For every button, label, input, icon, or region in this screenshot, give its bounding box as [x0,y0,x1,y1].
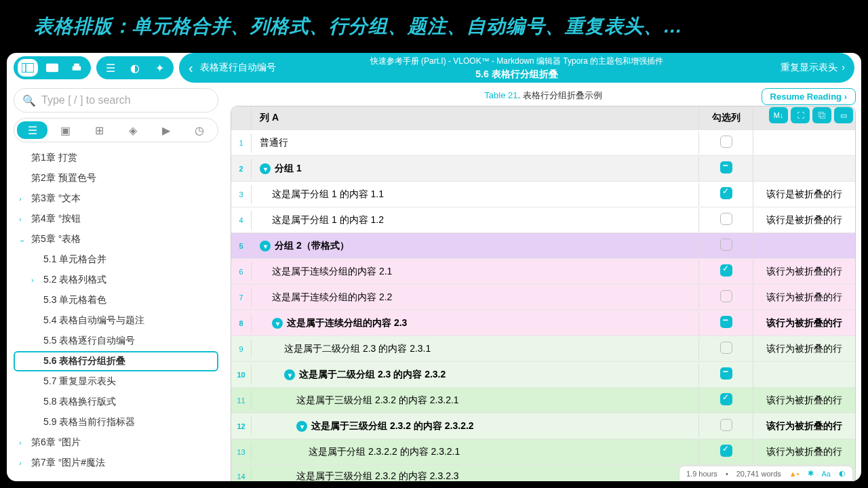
card-view-button[interactable] [42,59,62,77]
filter-media-icon[interactable]: ▶ [151,121,181,139]
title-bar: 表格排版：单元格合并、列格式、行分组、题注、自动编号、重复表头、… [0,0,868,53]
nav-label: 第2章 预置色号 [31,172,96,184]
back-button[interactable]: ‹ [189,60,193,76]
checkbox[interactable] [720,161,732,174]
cell-a: 这是属于连续分组的内容 2.1 [252,260,699,283]
tool-screen-icon[interactable]: ▭ [834,107,853,123]
nav-label: 第6章 °图片 [31,436,81,449]
cell-a: 这是属于三级分组 2.3.2 的内容 2.3.2.3 [252,465,699,481]
breadcrumb-next[interactable]: 重复显示表头› [781,62,845,74]
list-icon[interactable]: ☰ [100,59,121,77]
nav-item[interactable]: ›5.2 表格列格式 [14,270,218,290]
nav-item[interactable]: 5.6 表格行分组折叠 [14,351,218,371]
checkbox[interactable] [720,419,732,431]
table-row: 9这是属于二级分组 2.3 的内容 2.3.1该行为被折叠的行 [231,336,855,361]
toggle-icon[interactable]: ▾ [284,369,295,380]
nav-item[interactable]: ›第6章 °图片 [14,432,218,453]
cell-a: 这是属于分组 1 的内容 1.2 [252,209,699,232]
cell-text: 这是属于三级分组 2.3.2 的内容 2.3.2.2 [311,420,474,431]
nav-item[interactable]: ⌄第5章 °表格 [14,229,218,249]
cell-note: 该行为被折叠的行 [753,286,855,309]
checkbox[interactable] [720,136,732,148]
nav-item[interactable]: 5.7 重复显示表头 [14,371,218,392]
checkbox[interactable] [720,342,732,354]
nav-item[interactable]: 5.9 表格当前行指标器 [14,412,218,432]
cell-note: 该行为被折叠的行 [753,389,855,412]
checkbox[interactable] [720,316,732,328]
filter-table-icon[interactable]: ⊞ [84,121,115,139]
chevron-icon: ⌄ [19,235,25,244]
filter-tabs: ☰ ▣ ⊞ ◈ ▶ ◷ [14,118,218,142]
row-number: 3 [231,185,252,204]
table-row: 5▾分组 2（带格式） [231,232,855,258]
cell-a: ▾这是属于三级分组 2.3.2 的内容 2.3.2.2 [252,415,699,438]
svg-rect-3 [73,66,81,70]
chevron-icon: › [19,215,22,223]
filter-history-icon[interactable]: ◷ [184,121,215,139]
tool-md-icon[interactable]: M↓ [769,107,788,123]
row-number: 1 [231,134,252,152]
breadcrumb: ‹ 表格逐行自动编号 快速参考手册 (Part.I) - VLOOK™ - Ma… [179,53,854,83]
search-input[interactable]: 🔍 Type [ / ] to search [14,88,218,113]
filter-code-icon[interactable]: ◈ [117,121,148,139]
nav-item[interactable]: 5.1 单元格合并 [14,249,218,270]
magic-icon[interactable]: ✦ [149,59,170,77]
nav-item[interactable]: ›第4章 °按钮 [14,209,218,229]
nav-item[interactable]: 5.5 表格逐行自动编号 [14,331,218,351]
cell-text: 分组 1 [275,163,302,174]
tool-expand-icon[interactable]: ⛶ [791,107,810,123]
toolbar-left-group [14,56,91,79]
checkbox[interactable] [720,367,732,380]
checkbox[interactable] [720,290,732,302]
print-button[interactable] [66,59,87,77]
warning-icon[interactable]: ▲• [789,470,800,478]
nav-tree: 第1章 打赏第2章 预置色号›第3章 °文本›第4章 °按钮⌄第5章 °表格5.… [14,148,218,476]
font-icon[interactable]: Aa [822,470,831,478]
chevron-icon: › [19,439,22,447]
theme-icon[interactable]: ◐ [125,59,145,77]
cell-text: 这是属于连续分组的内容 2.2 [272,291,392,302]
nav-item[interactable]: 5.8 表格换行版式 [14,392,218,412]
nav-item[interactable]: ›第7章 °图片#魔法 [14,453,218,473]
doc-title: 快速参考手册 (Part.I) - VLOOK™ - Markdown 编辑器 … [370,56,664,67]
checkbox[interactable] [720,264,732,277]
table-row: 4这是属于分组 1 的内容 1.2该行是被折叠的行 [231,207,855,232]
nav-item[interactable]: ›第3章 °文本 [14,188,218,209]
cell-text: 这是属于分组 1 的内容 1.2 [272,214,384,225]
row-number: 5 [231,237,252,256]
cell-note [753,369,855,380]
search-icon: 🔍 [22,94,36,107]
nav-item[interactable]: 第1章 打赏 [14,148,218,168]
toggle-icon[interactable]: ▾ [272,318,283,329]
tool-copy-icon[interactable]: ⿻ [812,107,831,123]
nav-item[interactable]: 第2章 预置色号 [14,168,218,188]
breadcrumb-prev[interactable]: 表格逐行自动编号 [200,62,276,74]
toggle-icon[interactable]: ▾ [296,421,307,432]
cell-a: 这是属于连续分组的内容 2.2 [252,286,699,309]
toggle-icon[interactable]: ▾ [260,163,271,174]
nav-label: 5.6 表格行分组折叠 [43,355,125,367]
cell-note [753,163,855,174]
checkbox[interactable] [720,239,732,251]
table-row: 10▾这是属于二级分组 2.3 的内容 2.3.2 [231,361,855,387]
link-icon[interactable]: ✱ [808,469,814,478]
toggle-icon[interactable]: ▾ [260,241,271,251]
row-number: 10 [231,365,252,384]
checkbox[interactable] [720,213,732,225]
checkbox[interactable] [720,445,732,457]
chevron-icon: › [31,276,34,284]
checkbox[interactable] [720,187,732,199]
checkbox[interactable] [720,393,732,405]
resume-reading-button[interactable]: Resume Reading › [762,88,856,105]
filter-list-icon[interactable]: ☰ [17,121,47,139]
filter-image-icon[interactable]: ▣ [50,121,81,139]
nav-item[interactable]: 5.3 单元格着色 [14,290,218,310]
cell-a: 普通行 [252,131,699,155]
contrast-icon[interactable]: ◐ [839,469,846,478]
nav-item[interactable]: 5.4 表格自动编号与题注 [14,310,218,331]
nav-label: 5.7 重复显示表头 [43,375,116,388]
cell-check [699,310,753,336]
nav-toggle-button[interactable] [18,59,38,77]
cell-check [699,362,753,387]
cell-note: 该行为被折叠的行 [753,260,855,283]
